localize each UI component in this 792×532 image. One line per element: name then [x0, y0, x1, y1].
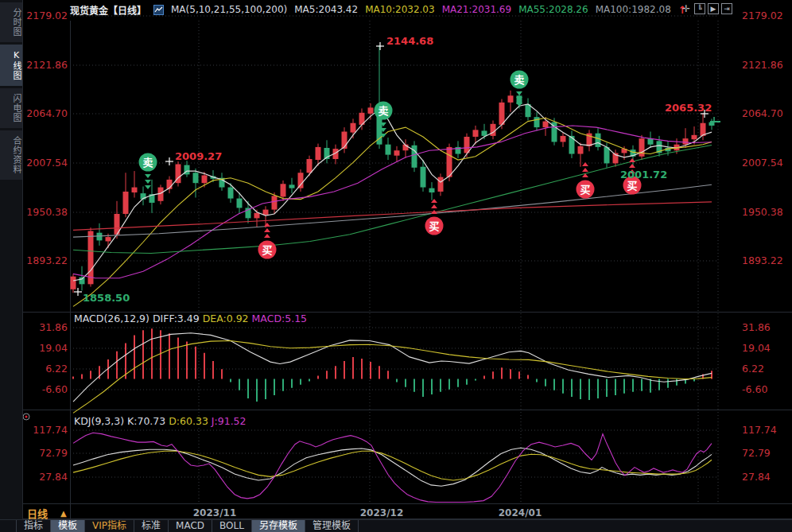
candle	[543, 122, 549, 128]
axis-tick-label: 117.74	[33, 424, 68, 436]
axis-tick-label: 1950.38	[742, 206, 783, 218]
axis-tick-label: 2121.86	[26, 59, 68, 71]
axis-tick-label: 27.84	[742, 471, 771, 483]
tab-BOLL[interactable]: BOLL	[212, 520, 252, 532]
date-label: 2023/11	[193, 507, 236, 518]
candle	[438, 177, 444, 192]
svg-text:卖: 卖	[142, 157, 153, 169]
candle	[193, 173, 199, 183]
candle	[368, 107, 374, 114]
chart-header: 现货黄金【日线】 MA(5,10,21,55,100,200) MA5:2043…	[70, 2, 687, 17]
candle	[106, 237, 111, 241]
ma-lines	[73, 104, 712, 306]
buy-marker[interactable]: 买	[577, 162, 595, 199]
candle	[482, 130, 487, 135]
sidebar-item-0[interactable]: 分时图	[0, 2, 22, 42]
kdj-settings-icon	[23, 414, 29, 420]
tab-VIP指标[interactable]: VIP指标	[85, 520, 134, 532]
candle	[80, 278, 85, 285]
svg-text:买: 买	[429, 220, 439, 232]
kdj-lines	[73, 433, 712, 502]
axis-tick-label: 2179.02	[742, 10, 783, 21]
candle	[342, 132, 347, 150]
tab-管理模板[interactable]: 管理模板	[305, 520, 359, 532]
axis-tick-label: 72.79	[39, 447, 68, 459]
candle	[709, 122, 715, 126]
panel-separators	[22, 21, 792, 519]
kdj-line-D	[73, 451, 712, 480]
candle	[263, 210, 269, 215]
tab-标准[interactable]: 标准	[134, 520, 169, 532]
axis-pane-icon[interactable]: ╚	[694, 3, 705, 14]
candle	[71, 277, 76, 289]
macd-panel-title: MACD(26,12,9) DIFF:3.49 DEA:0.92 MACD:5.…	[74, 313, 307, 324]
left-sidebar: 分时图K线图闪电图合约资料	[0, 0, 23, 532]
candle	[692, 135, 697, 139]
candle	[578, 146, 584, 154]
candle	[289, 184, 295, 188]
chart-type-icon[interactable]	[153, 5, 164, 15]
candle	[97, 233, 103, 241]
candle	[508, 95, 514, 103]
kdj-line-J	[73, 433, 712, 502]
axis-tick-label: -6.60	[742, 383, 767, 395]
buy-marker[interactable]: 买	[258, 223, 277, 259]
candle	[132, 188, 138, 192]
candle	[281, 184, 286, 196]
candle	[596, 134, 601, 147]
date-labels: 2023/112023/122024/01	[193, 507, 542, 518]
svg-text:卖: 卖	[378, 105, 388, 117]
tab-MACD[interactable]: MACD	[169, 520, 212, 532]
candle	[254, 213, 260, 218]
axis-play-icon[interactable]: ▶	[708, 3, 719, 14]
price-annotation: 1858.50	[83, 292, 130, 304]
svg-text:买: 买	[262, 244, 272, 256]
candle	[386, 145, 391, 155]
candle	[228, 188, 234, 199]
ma-line-MA21	[73, 126, 712, 278]
axis-tick-label: 2007.54	[26, 157, 68, 169]
axis-tick-label: 31.86	[39, 321, 68, 333]
sidebar-item-3[interactable]: 合约资料	[0, 130, 22, 180]
axis-tick-label: 1893.22	[26, 254, 68, 266]
axis-tick-label: 2121.86	[742, 59, 783, 71]
ma-value: MA21:2031.69	[442, 4, 512, 15]
tab-指标[interactable]: 指标	[16, 520, 51, 532]
sidebar-item-2[interactable]: 闪电图	[0, 88, 22, 128]
app-root: 2179.022179.022121.862121.862064.702064.…	[0, 0, 792, 532]
buy-marker[interactable]: 买	[425, 199, 444, 235]
candle	[202, 175, 208, 183]
candle	[473, 130, 479, 137]
price-annotation: 2001.72	[620, 169, 667, 181]
chart-canvas[interactable]: 2179.022179.022121.862121.862064.702064.…	[0, 0, 792, 532]
price-annotations: 2009.272144.682065.322001.721858.50	[74, 35, 712, 304]
crosshair-icon[interactable]: ✛	[681, 3, 692, 14]
price-annotation: 2144.68	[386, 35, 433, 47]
svg-text:买: 买	[580, 184, 590, 196]
candle	[351, 123, 356, 133]
candle	[316, 147, 321, 160]
date-label: 2024/01	[499, 507, 542, 518]
sell-marker[interactable]: 卖	[139, 153, 157, 190]
sidebar-item-1[interactable]: K线图	[0, 45, 22, 86]
axis-tick-label: 6.22	[45, 363, 68, 375]
axis-tick-label: 6.22	[742, 363, 764, 375]
ma-group-label: MA(5,10,21,55,100,200)	[171, 4, 287, 15]
price-annotation: 2009.27	[175, 150, 222, 162]
axis-tick-label: 2064.70	[26, 107, 68, 119]
candles	[71, 45, 715, 293]
candle	[561, 136, 566, 142]
axis-tick-label: 117.74	[742, 424, 777, 436]
ma-value: MA5:2043.42	[294, 4, 358, 15]
pane-shift-icon[interactable]: ⇥	[721, 3, 732, 14]
axis-tick-label: 2179.02	[26, 10, 68, 21]
candle	[421, 167, 426, 188]
axis-tick-label: 2064.70	[742, 107, 783, 119]
kdj-panel-title: KDJ(9,3,3) K:70.73 D:60.33 J:91.52	[74, 415, 247, 427]
tab-模板[interactable]: 模板	[51, 520, 85, 532]
candle	[237, 199, 243, 208]
tab-另存模板[interactable]: 另存模板	[252, 520, 305, 532]
candle	[683, 138, 689, 145]
candle	[123, 192, 129, 214]
axis-tick-label: -6.60	[42, 383, 68, 395]
